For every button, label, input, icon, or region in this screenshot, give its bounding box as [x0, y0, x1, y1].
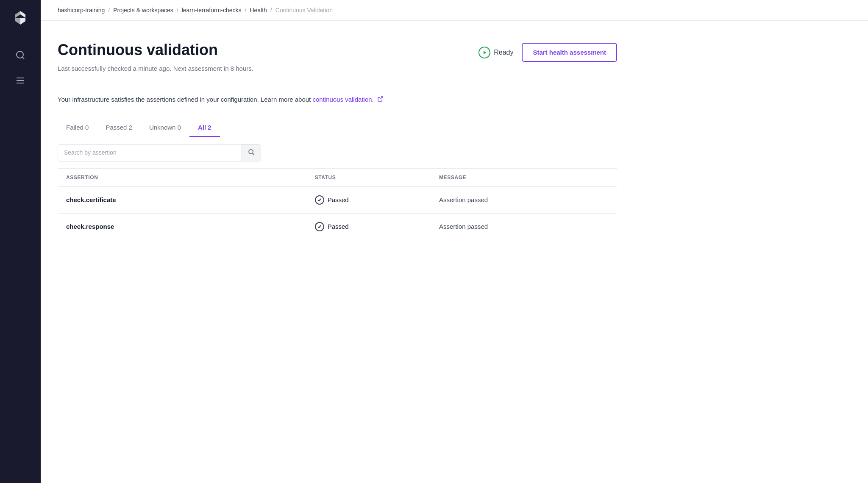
check-circle-icon-1: [315, 195, 324, 205]
header-divider: [58, 84, 617, 84]
continuous-validation-link[interactable]: continuous validation.: [312, 96, 383, 103]
check-circle-icon-2: [315, 222, 324, 231]
header-actions: Ready Start health assessment: [479, 43, 617, 62]
svg-line-11: [380, 97, 383, 99]
col-header-message: MESSAGE: [431, 169, 617, 186]
message-cell-1: Assertion passed: [431, 188, 617, 212]
breadcrumb-current: Continuous Validation: [275, 7, 333, 14]
table-row: check.response Passed Assertion passed: [58, 214, 617, 240]
status-label: Ready: [494, 49, 513, 56]
tab-failed[interactable]: Failed 0: [58, 119, 97, 137]
breadcrumb-health[interactable]: Health: [250, 7, 267, 14]
search-icon[interactable]: [14, 49, 26, 61]
svg-point-12: [249, 150, 253, 154]
breadcrumb-sep-4: /: [270, 7, 272, 14]
message-cell-2: Assertion passed: [431, 214, 617, 239]
svg-marker-10: [484, 51, 486, 54]
table-row: check.certificate Passed Assertion passe…: [58, 187, 617, 214]
search-icon: [248, 149, 255, 155]
breadcrumb-sep-1: /: [108, 7, 110, 14]
page-title: Continuous validation: [58, 41, 253, 59]
breadcrumb-workspace[interactable]: learn-terraform-checks: [182, 7, 242, 14]
breadcrumb-sep-3: /: [245, 7, 247, 14]
table-header: ASSERTION STATUS MESSAGE: [58, 169, 617, 187]
breadcrumb-sep-2: /: [177, 7, 178, 14]
status-cell-2: Passed: [306, 214, 431, 240]
status-passed-2: Passed: [315, 222, 422, 231]
page-body: Continuous validation Last successfully …: [41, 21, 634, 261]
search-input-wrap: [58, 144, 261, 161]
search-button[interactable]: [242, 144, 261, 161]
menu-icon[interactable]: [14, 75, 26, 86]
main-content: hashicorp-training / Projects & workspac…: [41, 0, 868, 483]
col-header-assertion: ASSERTION: [58, 169, 306, 186]
ready-icon: [479, 47, 490, 58]
search-input[interactable]: [58, 145, 242, 160]
tab-passed[interactable]: Passed 2: [97, 119, 141, 137]
search-container: [58, 137, 617, 169]
svg-point-5: [17, 51, 23, 58]
svg-line-13: [253, 153, 254, 155]
start-health-assessment-button[interactable]: Start health assessment: [522, 43, 617, 62]
assertion-name-1: check.certificate: [58, 188, 306, 212]
breadcrumb-org[interactable]: hashicorp-training: [58, 7, 105, 14]
page-header: Continuous validation Last successfully …: [58, 41, 617, 74]
assertion-name-2: check.response: [58, 214, 306, 239]
external-link-icon: [377, 95, 383, 105]
tab-unknown[interactable]: Unknown 0: [141, 119, 189, 137]
assertions-table: ASSERTION STATUS MESSAGE check.certifica…: [58, 169, 617, 240]
sidebar: [0, 0, 41, 483]
tabs-container: Failed 0 Passed 2 Unknown 0 All 2: [58, 119, 617, 137]
col-header-status: STATUS: [306, 169, 431, 186]
page-subtitle: Last successfully checked a minute ago. …: [58, 64, 253, 74]
status-cell-1: Passed: [306, 187, 431, 213]
sidebar-logo[interactable]: [11, 8, 30, 32]
breadcrumb: hashicorp-training / Projects & workspac…: [41, 0, 868, 21]
svg-line-6: [22, 57, 24, 59]
status-ready: Ready: [479, 47, 513, 58]
tab-all[interactable]: All 2: [189, 119, 220, 137]
breadcrumb-projects[interactable]: Projects & workspaces: [113, 7, 173, 14]
info-text: Your infrastructure satisfies the assert…: [58, 94, 617, 105]
title-section: Continuous validation Last successfully …: [58, 41, 253, 74]
status-passed-1: Passed: [315, 195, 422, 205]
